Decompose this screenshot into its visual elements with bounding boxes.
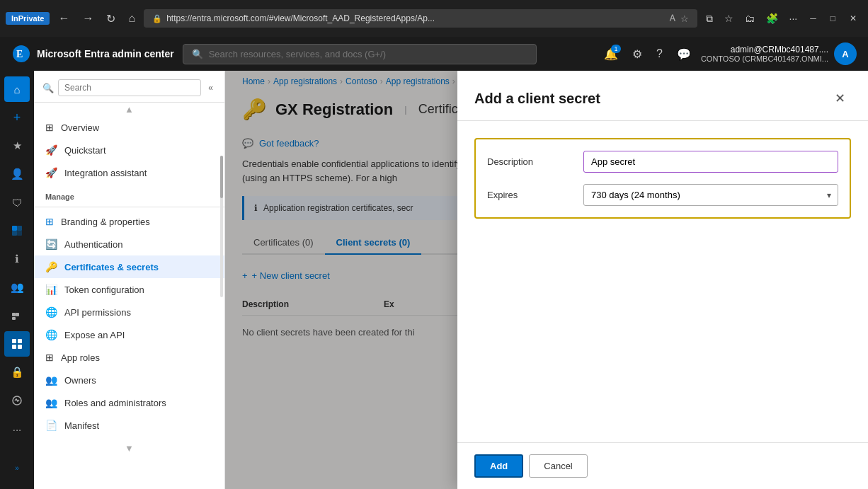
- quickstart-icon: 🚀: [45, 144, 57, 156]
- modal-footer: Add Cancel: [457, 442, 868, 489]
- split-view-btn[interactable]: ⧉: [702, 10, 717, 28]
- nav-search-input[interactable]: [58, 79, 201, 96]
- browser-actions: ⧉ ☆ 🗂 🧩 ··· ─ □ ✕: [702, 10, 862, 28]
- favorites-btn[interactable]: ☆: [720, 10, 738, 27]
- nav-item-owners[interactable]: 👥 Owners: [34, 369, 224, 391]
- header-right: 🔔 1 ⚙ ? 💬 admin@CRMbc401487.... CONTOSO …: [600, 42, 857, 65]
- header-search[interactable]: 🔍: [183, 44, 537, 64]
- help-button[interactable]: ?: [652, 43, 667, 64]
- back-button[interactable]: ←: [54, 9, 74, 28]
- user-avatar[interactable]: A: [834, 42, 857, 65]
- notifications-button[interactable]: 🔔 1: [600, 43, 622, 65]
- minimize-btn[interactable]: ─: [804, 11, 822, 26]
- nav-item-authentication[interactable]: 🔄 Authentication: [34, 233, 224, 255]
- address-bar[interactable]: 🔒 https://entra.microsoft.com/#view/Micr…: [144, 9, 697, 28]
- nav-label-api-permissions: API permissions: [64, 307, 131, 318]
- nav-label-expose-api: Expose an API: [64, 330, 125, 340]
- modal-body: Description Expires 90 days (3 months) 1…: [457, 121, 868, 442]
- sidebar-users-icon[interactable]: 👥: [4, 275, 30, 300]
- settings-button[interactable]: ⚙: [628, 43, 646, 65]
- home-button[interactable]: ⌂: [124, 9, 139, 28]
- svg-rect-5: [17, 231, 22, 236]
- svg-rect-3: [17, 226, 22, 231]
- api-permissions-icon: 🌐: [45, 306, 57, 318]
- sidebar-favorites-icon[interactable]: ★: [4, 133, 30, 159]
- app-header: E Microsoft Entra admin center 🔍 🔔 1 ⚙ ?…: [0, 37, 868, 71]
- nav-label-integration: Integration assistant: [64, 168, 147, 178]
- nav-item-integration[interactable]: 🚀 Integration assistant: [34, 161, 224, 184]
- modal-panel: Add a client secret ✕ Description Expire…: [457, 71, 868, 489]
- app-name: Microsoft Entra admin center: [37, 48, 174, 59]
- nav-item-api-permissions[interactable]: 🌐 API permissions: [34, 301, 224, 323]
- sidebar-entra-icon[interactable]: [4, 218, 30, 243]
- nav-item-quickstart[interactable]: 🚀 Quickstart: [34, 139, 224, 161]
- nav-item-certificates[interactable]: 🔑 Certificates & secrets: [34, 255, 224, 278]
- certificates-icon: 🔑: [45, 261, 57, 272]
- nav-collapse-btn[interactable]: «: [205, 80, 216, 96]
- inprivate-badge: InPrivate: [6, 12, 50, 25]
- entra-logo-icon: E: [11, 44, 31, 64]
- description-input[interactable]: [583, 151, 838, 173]
- close-btn[interactable]: ✕: [844, 11, 862, 26]
- nav-item-app-roles[interactable]: ⊞ App roles: [34, 346, 224, 369]
- lock-icon: 🔒: [152, 14, 162, 23]
- forward-button[interactable]: →: [78, 9, 98, 28]
- nav-label-owners: Owners: [64, 375, 96, 386]
- svg-rect-11: [12, 345, 16, 349]
- page-content: Home › App registrations › Contoso › App…: [225, 71, 868, 489]
- refresh-button[interactable]: ↻: [102, 9, 120, 28]
- sidebar-protection-icon[interactable]: 🛡: [4, 190, 30, 215]
- expires-label: Expires: [487, 190, 572, 200]
- expires-select[interactable]: 90 days (3 months) 180 days (6 months) 3…: [583, 184, 838, 206]
- svg-rect-8: [12, 317, 16, 320]
- user-info[interactable]: admin@CRMbc401487.... CONTOSO (CRMBC4014…: [701, 45, 828, 63]
- nav-label-manifest: Manifest: [64, 420, 99, 431]
- more-btn[interactable]: ···: [785, 10, 802, 27]
- cancel-button[interactable]: Cancel: [529, 454, 587, 478]
- header-search-input[interactable]: [209, 49, 527, 59]
- nav-scrollbar-track: [220, 156, 223, 297]
- nav-label-authentication: Authentication: [64, 239, 122, 250]
- nav-label-roles-admin: Roles and administrators: [64, 398, 166, 408]
- nav-item-expose-api[interactable]: 🌐 Expose an API: [34, 323, 224, 346]
- nav-search-box: 🔍 «: [34, 71, 224, 103]
- token-config-icon: 📊: [45, 284, 57, 295]
- sidebar-learn-icon[interactable]: ℹ: [4, 246, 30, 272]
- sidebar-bottom-expand[interactable]: »: [4, 455, 30, 481]
- sidebar-apps-icon[interactable]: [4, 331, 30, 357]
- collections-btn[interactable]: 🗂: [741, 10, 759, 27]
- app-logo: E Microsoft Entra admin center: [11, 44, 174, 64]
- nav-scroll-down[interactable]: ▼: [34, 442, 224, 455]
- svg-rect-12: [18, 345, 22, 349]
- expose-api-icon: 🌐: [45, 329, 57, 340]
- nav-scroll-up[interactable]: ▲: [34, 103, 224, 116]
- modal-title: Add a client secret: [474, 91, 600, 107]
- sidebar-identity-icon[interactable]: 👤: [4, 161, 30, 187]
- main-content: ⌂ + ★ 👤 🛡 ℹ 👥 🔒 ··· » 🔍 « ▲: [0, 71, 868, 489]
- nav-label-certificates: Certificates & secrets: [64, 262, 159, 272]
- nav-item-overview[interactable]: ⊞ Overview: [34, 116, 224, 139]
- sidebar-more-icon[interactable]: ···: [4, 416, 30, 442]
- svg-rect-4: [12, 231, 17, 236]
- description-row: Description: [487, 151, 838, 173]
- roles-admin-icon: 👥: [45, 397, 57, 408]
- nav-scrollbar-thumb[interactable]: [220, 156, 223, 198]
- sidebar-add-icon[interactable]: +: [4, 105, 30, 130]
- add-button[interactable]: Add: [474, 454, 523, 478]
- nav-item-branding[interactable]: ⊞ Branding & properties: [34, 210, 224, 233]
- modal-header: Add a client secret ✕: [457, 71, 868, 121]
- nav-item-manifest[interactable]: 📄 Manifest: [34, 414, 224, 437]
- notification-badge: 1: [611, 45, 621, 53]
- sidebar-lock-icon[interactable]: 🔒: [4, 359, 30, 385]
- extensions-btn[interactable]: 🧩: [762, 10, 782, 27]
- url-text: https://entra.microsoft.com/#view/Micros…: [166, 13, 435, 23]
- sidebar-monitoring-icon[interactable]: [4, 388, 30, 413]
- nav-item-token-config[interactable]: 📊 Token configuration: [34, 278, 224, 301]
- modal-close-button[interactable]: ✕: [829, 88, 851, 109]
- feedback-button[interactable]: 💬: [673, 43, 695, 65]
- nav-item-roles-admin[interactable]: 👥 Roles and administrators: [34, 391, 224, 414]
- modal-overlay: Add a client secret ✕ Description Expire…: [225, 71, 868, 489]
- maximize-btn[interactable]: □: [825, 11, 841, 26]
- sidebar-groups-icon[interactable]: [4, 303, 30, 328]
- sidebar-home-icon[interactable]: ⌂: [4, 76, 30, 102]
